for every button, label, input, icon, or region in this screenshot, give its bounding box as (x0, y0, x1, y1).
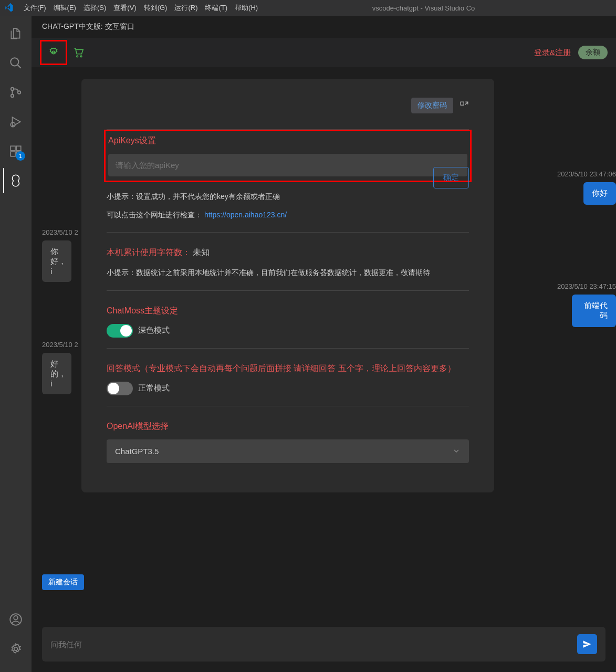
menubar: 文件(F) 编辑(E) 选择(S) 查看(V) 转到(G) 运行(R) 终端(T… (0, 0, 616, 16)
msg-time: 2023/5/10 2 (42, 341, 84, 349)
dark-mode-label: 深色模式 (138, 326, 170, 334)
svg-point-11 (14, 616, 18, 620)
svg-point-2 (11, 88, 14, 90)
send-icon (582, 639, 592, 649)
confirm-button[interactable]: 确定 (433, 167, 469, 188)
check-url-link[interactable]: https://open.aihao123.cn/ (204, 211, 287, 219)
menu-edit[interactable]: 编辑(E) (50, 3, 80, 13)
msg-bubble: 前端代码 (572, 295, 616, 327)
msg-bubble: 你好，i (42, 240, 71, 282)
svg-point-15 (80, 56, 82, 57)
menu-view[interactable]: 查看(V) (110, 3, 140, 13)
model-select[interactable]: ChatGPT3.5 (107, 439, 469, 463)
svg-line-1 (17, 65, 21, 68)
extensions-icon[interactable]: 1 (3, 139, 28, 164)
svg-point-4 (18, 91, 20, 93)
answer-mode-toggle[interactable] (107, 382, 133, 395)
panel-tab-title: CHAT-GPT中文版: 交互窗口 (32, 16, 616, 38)
balance-pill[interactable]: 余额 (578, 46, 608, 59)
svg-point-3 (11, 94, 14, 97)
menu-terminal[interactable]: 终端(T) (201, 3, 231, 13)
gear-icon[interactable] (48, 47, 59, 58)
char-count-value: 未知 (193, 247, 210, 258)
apikeys-title: ApiKeys设置 (106, 131, 470, 146)
vscode-logo-icon (4, 3, 20, 13)
apikey-highlight-box: ApiKeys设置 (104, 130, 472, 182)
chatgpt-icon[interactable] (3, 168, 28, 193)
model-selected-value: ChatGPT3.5 (115, 447, 159, 456)
settings-modal: 修改密码 ApiKeys设置 确定 小提示：设置成功，并不代表您的key有余额或… (81, 79, 494, 492)
menu-goto[interactable]: 转到(G) (140, 3, 171, 13)
answer-mode-title: 回答模式（专业模式下会自动再每个问题后面拼接 请详细回答 五个字，理论上回答内容… (107, 363, 469, 374)
fullscreen-icon[interactable] (460, 101, 469, 110)
account-icon[interactable] (3, 607, 28, 632)
settings-button-highlight (40, 40, 67, 65)
window-title: vscode-chatgpt - Visual Studio Co (372, 4, 475, 12)
login-register-link[interactable]: 登录&注册 (534, 48, 571, 58)
svg-rect-6 (11, 146, 15, 151)
svg-point-14 (77, 56, 78, 57)
msg-time: 2023/5/10 23:47:15 (553, 282, 616, 290)
chevron-down-icon (452, 447, 461, 455)
char-count-label: 本机累计使用字符数： (107, 247, 191, 258)
menu-help[interactable]: 帮助(H) (231, 3, 262, 13)
panel-toolbar: 登录&注册 余额 (32, 38, 616, 67)
cart-icon[interactable] (72, 47, 84, 58)
svg-rect-16 (461, 102, 464, 105)
svg-rect-7 (11, 152, 15, 156)
debug-icon[interactable] (3, 109, 28, 134)
apikey-input[interactable] (108, 154, 467, 176)
svg-point-0 (11, 58, 18, 66)
dark-mode-toggle[interactable] (107, 324, 133, 338)
svg-rect-9 (16, 146, 21, 151)
menu-select[interactable]: 选择(S) (80, 3, 110, 13)
apikey-tip1: 小提示：设置成功，并不代表您的key有余额或者正确 (107, 190, 469, 204)
source-control-icon[interactable] (3, 80, 28, 105)
settings-gear-icon[interactable] (3, 636, 28, 662)
activitybar: 1 (0, 16, 32, 672)
theme-title: ChatMoss主题设定 (107, 306, 469, 317)
change-password-button[interactable]: 修改密码 (411, 98, 453, 113)
chat-input-area (42, 627, 605, 662)
chat-input[interactable] (50, 640, 577, 649)
send-button[interactable] (577, 634, 597, 654)
model-select-title: OpenAI模型选择 (107, 421, 469, 432)
apikey-tip2-prefix: 可以点击这个网址进行检查： (107, 211, 202, 219)
msg-time: 2023/5/10 2 (42, 228, 84, 236)
search-icon[interactable] (3, 50, 28, 76)
svg-point-12 (14, 647, 18, 651)
explorer-icon[interactable] (3, 21, 28, 46)
msg-time: 2023/5/10 23:47:06 (553, 170, 616, 178)
menu-run[interactable]: 运行(R) (171, 3, 201, 13)
new-chat-button[interactable]: 新建会话 (42, 574, 84, 590)
msg-bubble: 好的，i (42, 353, 71, 394)
msg-bubble: 你好 (583, 182, 616, 205)
menu-file[interactable]: 文件(F) (20, 3, 50, 13)
char-tip: 小提示：数据统计之前采用本地统计并不准确，目前我们在做服务器数据统计，数据更准，… (107, 266, 469, 280)
extensions-badge: 1 (16, 151, 25, 161)
answer-mode-label: 正常模式 (138, 383, 170, 392)
